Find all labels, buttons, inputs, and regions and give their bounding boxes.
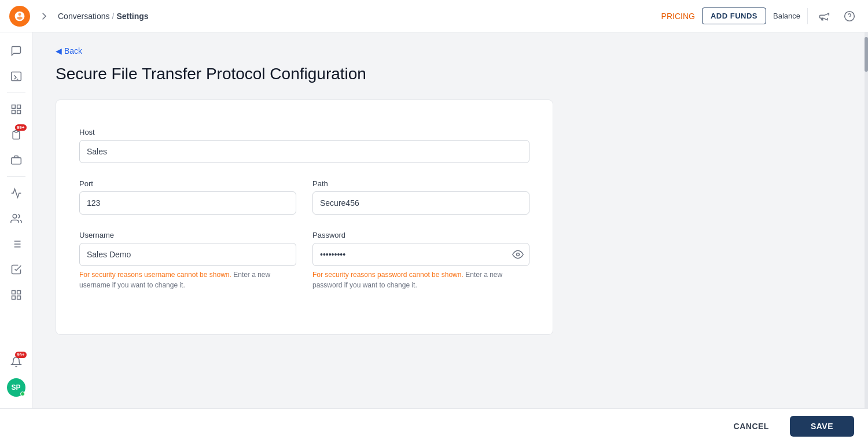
avatar-online-dot: [20, 392, 25, 396]
username-security-note: For security reasons username cannot be …: [79, 270, 296, 290]
sidebar-divider-1: [7, 93, 25, 93]
main-layout: 99+: [0, 32, 868, 408]
password-label: Password: [312, 231, 529, 239]
form-card: Host Port Path Username: [56, 99, 553, 335]
sidebar-contacts-icon[interactable]: [5, 207, 28, 230]
notification-badge: 99+: [15, 352, 27, 358]
port-path-row: Port Path: [79, 179, 529, 215]
sidebar-orders-icon[interactable]: 99+: [5, 123, 28, 146]
app-logo[interactable]: [9, 6, 30, 27]
add-funds-button[interactable]: ADD FUNDS: [702, 8, 766, 24]
balance-label: Balance: [773, 12, 800, 20]
sidebar-audit-icon[interactable]: [5, 258, 28, 281]
sidebar-reports-icon[interactable]: [5, 98, 28, 121]
port-field-group: Port: [79, 179, 296, 215]
sidebar-bottom: 99+ SP: [5, 350, 28, 401]
scrollbar-thumb[interactable]: [865, 37, 868, 72]
port-input[interactable]: [79, 191, 296, 215]
host-input[interactable]: [79, 140, 529, 163]
breadcrumb: Conversations / Settings: [58, 12, 149, 21]
header-divider: [807, 8, 808, 24]
help-icon-button[interactable]: [840, 7, 859, 25]
notification-bell-icon-button[interactable]: 99+: [5, 350, 28, 374]
megaphone-icon-button[interactable]: [815, 7, 833, 25]
content-area: ◀ Back Secure File Transfer Protocol Con…: [32, 32, 868, 408]
password-wrapper: [312, 243, 529, 266]
svg-rect-7: [11, 158, 21, 164]
svg-point-19: [517, 253, 520, 256]
svg-rect-18: [17, 296, 20, 300]
svg-point-1: [845, 11, 855, 21]
back-arrow-icon: ◀: [56, 46, 62, 56]
svg-rect-2: [11, 72, 21, 81]
header-actions: PRICING ADD FUNDS Balance: [661, 7, 859, 25]
sidebar-grid-icon[interactable]: [5, 283, 28, 307]
username-password-row: Username For security reasons username c…: [79, 231, 529, 290]
host-label: Host: [79, 128, 529, 136]
pricing-link[interactable]: PRICING: [661, 12, 695, 21]
svg-rect-3: [12, 105, 15, 109]
sidebar-divider-2: [7, 176, 25, 177]
svg-rect-4: [17, 105, 20, 109]
user-avatar[interactable]: SP: [7, 378, 25, 397]
expand-button[interactable]: [35, 7, 53, 25]
svg-rect-15: [12, 291, 15, 294]
cancel-button[interactable]: CANCEL: [722, 416, 781, 437]
password-field-group: Password For security reasons password c…: [312, 231, 529, 290]
username-security-note-highlight: For security reasons username cannot be …: [79, 271, 231, 279]
username-label: Username: [79, 231, 296, 239]
footer: CANCEL SAVE: [0, 408, 868, 443]
svg-rect-16: [17, 291, 20, 294]
breadcrumb-conversations: Conversations: [58, 12, 110, 21]
path-field-group: Path: [312, 179, 529, 215]
password-security-note: For security reasons password cannot be …: [312, 270, 529, 290]
back-link[interactable]: ◀ Back: [56, 46, 845, 56]
path-input[interactable]: [312, 191, 529, 215]
breadcrumb-separator: /: [112, 12, 115, 21]
sidebar-analytics-icon[interactable]: [5, 182, 28, 205]
svg-rect-17: [12, 296, 15, 300]
header: Conversations / Settings PRICING ADD FUN…: [0, 0, 868, 32]
svg-rect-6: [17, 110, 20, 114]
sidebar-list-icon[interactable]: [5, 232, 28, 256]
breadcrumb-settings: Settings: [116, 12, 148, 21]
sidebar-settings-icon[interactable]: [5, 149, 28, 172]
orders-badge: 99+: [15, 124, 27, 131]
password-security-note-highlight: For security reasons password cannot be …: [312, 271, 464, 279]
sidebar: 99+: [0, 32, 32, 408]
page-title: Secure File Transfer Protocol Configurat…: [56, 65, 845, 83]
sidebar-terminal-icon[interactable]: [5, 65, 28, 88]
port-label: Port: [79, 179, 296, 188]
svg-rect-5: [12, 110, 15, 114]
username-field-group: Username For security reasons username c…: [79, 231, 296, 290]
sidebar-conversations-icon[interactable]: [5, 39, 28, 62]
password-input[interactable]: [312, 243, 529, 266]
scrollbar[interactable]: [865, 32, 868, 408]
save-button[interactable]: SAVE: [790, 416, 854, 437]
path-label: Path: [312, 179, 529, 188]
back-label: Back: [64, 46, 82, 56]
username-input[interactable]: [79, 243, 296, 266]
svg-point-8: [13, 215, 17, 219]
host-field-row: Host: [79, 128, 529, 163]
password-toggle-button[interactable]: [512, 249, 524, 260]
